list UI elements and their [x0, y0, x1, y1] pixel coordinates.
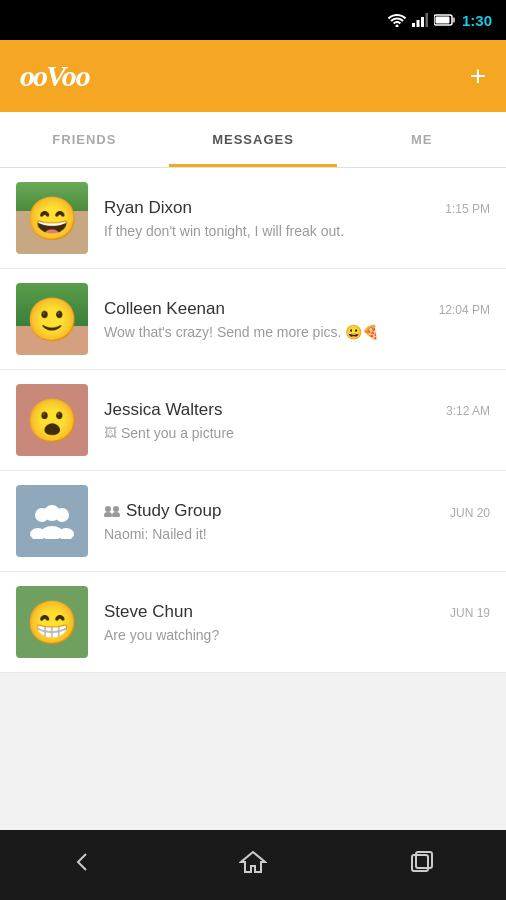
message-time-colleen-keenan: 12:04 PM	[439, 303, 490, 317]
message-header-study-group: Study Group JUN 20	[104, 501, 490, 521]
message-item-study-group[interactable]: Study Group JUN 20 Naomi: Nailed it!	[0, 471, 506, 572]
svg-rect-3	[425, 13, 428, 27]
svg-rect-6	[435, 17, 449, 24]
signal-icon	[412, 13, 428, 27]
avatar-ryan-dixon	[16, 182, 88, 254]
message-content-ryan-dixon: Ryan Dixon 1:15 PM If they don't win ton…	[104, 198, 490, 239]
group-people-icon	[30, 503, 74, 539]
tab-bar: FRIENDS MESSAGES ME	[0, 112, 506, 168]
svg-marker-17	[241, 852, 265, 872]
message-time-steve-chun: JUN 19	[450, 606, 490, 620]
status-time: 1:30	[462, 12, 492, 29]
add-button[interactable]: +	[470, 62, 486, 90]
tab-me[interactable]: ME	[337, 112, 506, 167]
message-time-ryan-dixon: 1:15 PM	[445, 202, 490, 216]
message-preview-study-group: Naomi: Nailed it!	[104, 526, 490, 542]
messages-list: Ryan Dixon 1:15 PM If they don't win ton…	[0, 168, 506, 673]
app-logo: ooVoo	[20, 59, 90, 93]
status-icons: 1:30	[388, 12, 492, 29]
message-content-jessica-walters: Jessica Walters 3:12 AM 🖼 Sent you a pic…	[104, 400, 490, 441]
battery-icon	[434, 14, 456, 26]
svg-point-16	[112, 512, 120, 517]
message-preview-ryan-dixon: If they don't win tonight, I will freak …	[104, 223, 490, 239]
message-header-jessica-walters: Jessica Walters 3:12 AM	[104, 400, 490, 420]
message-item-steve-chun[interactable]: Steve Chun JUN 19 Are you watching?	[0, 572, 506, 673]
contact-name-jessica-walters: Jessica Walters	[104, 400, 222, 420]
recent-apps-icon	[408, 848, 436, 876]
message-preview-colleen-keenan: Wow that's crazy! Send me more pics. 😀🍕	[104, 324, 490, 340]
message-header-colleen-keenan: Colleen Keenan 12:04 PM	[104, 299, 490, 319]
message-item-jessica-walters[interactable]: Jessica Walters 3:12 AM 🖼 Sent you a pic…	[0, 370, 506, 471]
svg-rect-1	[416, 20, 419, 27]
message-item-colleen-keenan[interactable]: Colleen Keenan 12:04 PM Wow that's crazy…	[0, 269, 506, 370]
avatar-jessica-walters	[16, 384, 88, 456]
svg-point-9	[44, 505, 60, 521]
message-content-study-group: Study Group JUN 20 Naomi: Nailed it!	[104, 501, 490, 542]
tab-friends[interactable]: FRIENDS	[0, 112, 169, 167]
back-icon	[70, 848, 98, 876]
svg-rect-5	[452, 18, 455, 23]
app-bar: ooVoo +	[0, 40, 506, 112]
svg-point-15	[104, 512, 112, 517]
message-time-jessica-walters: 3:12 AM	[446, 404, 490, 418]
contact-name-study-group: Study Group	[104, 501, 221, 521]
contact-name-ryan-dixon: Ryan Dixon	[104, 198, 192, 218]
status-bar: 1:30	[0, 0, 506, 40]
svg-rect-2	[421, 17, 424, 27]
message-time-study-group: JUN 20	[450, 506, 490, 520]
tab-messages[interactable]: MESSAGES	[169, 112, 338, 167]
message-content-steve-chun: Steve Chun JUN 19 Are you watching?	[104, 602, 490, 643]
recent-apps-button[interactable]	[408, 848, 436, 882]
picture-icon: 🖼	[104, 425, 117, 440]
home-icon	[239, 848, 267, 876]
svg-point-13	[105, 506, 111, 512]
contact-name-colleen-keenan: Colleen Keenan	[104, 299, 225, 319]
svg-point-14	[113, 506, 119, 512]
avatar-steve-chun	[16, 586, 88, 658]
wifi-icon	[388, 13, 406, 27]
home-button[interactable]	[239, 848, 267, 882]
bottom-nav	[0, 830, 506, 900]
back-button[interactable]	[70, 848, 98, 882]
svg-rect-0	[412, 23, 415, 27]
message-preview-jessica-walters: 🖼 Sent you a picture	[104, 425, 490, 441]
message-content-colleen-keenan: Colleen Keenan 12:04 PM Wow that's crazy…	[104, 299, 490, 340]
message-header-steve-chun: Steve Chun JUN 19	[104, 602, 490, 622]
message-preview-steve-chun: Are you watching?	[104, 627, 490, 643]
message-item-ryan-dixon[interactable]: Ryan Dixon 1:15 PM If they don't win ton…	[0, 168, 506, 269]
group-label-icon	[104, 505, 120, 517]
contact-name-steve-chun: Steve Chun	[104, 602, 193, 622]
avatar-colleen-keenan	[16, 283, 88, 355]
message-header-ryan-dixon: Ryan Dixon 1:15 PM	[104, 198, 490, 218]
avatar-study-group	[16, 485, 88, 557]
